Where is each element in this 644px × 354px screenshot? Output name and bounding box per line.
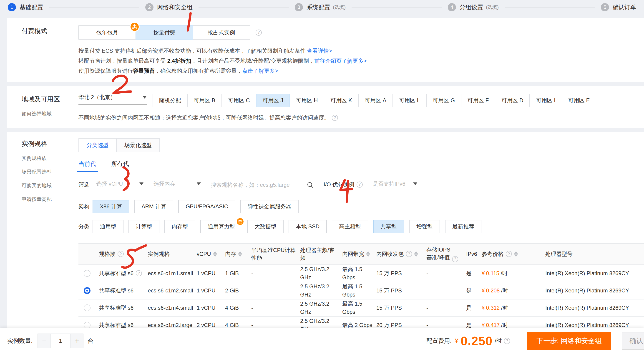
help-icon[interactable]: ? — [332, 115, 338, 121]
help-icon[interactable]: ? — [452, 256, 458, 262]
cat-enhanced[interactable]: 增强型 — [409, 220, 440, 233]
help-icon[interactable]: ? — [506, 251, 512, 257]
help-icon[interactable]: ? — [136, 270, 142, 276]
zone-d[interactable]: 可用区 D — [495, 94, 530, 107]
zone-j[interactable]: 可用区 J — [256, 94, 290, 107]
step-network-security[interactable]: 2 网络和安全组 — [145, 3, 192, 11]
sort-icon[interactable] — [414, 251, 418, 257]
zone-l[interactable]: 可用区 L — [392, 94, 426, 107]
price-cell: ¥0.208/时 — [482, 287, 545, 295]
row-radio[interactable] — [84, 322, 90, 329]
arch-gpu-fpga-asic[interactable]: GPU/FPGA/ASIC — [178, 200, 235, 213]
chevron-down-icon — [197, 182, 201, 185]
step-connector — [352, 7, 442, 7]
cat-shared[interactable]: 共享型 — [373, 220, 404, 233]
help-icon[interactable]: ? — [406, 251, 412, 257]
sort-icon[interactable] — [514, 251, 518, 257]
region-dropdown[interactable]: 华北 2（北京） — [78, 94, 147, 105]
spec-search-input[interactable] — [211, 182, 304, 188]
spec-search-box — [211, 182, 314, 191]
quantity-value[interactable]: 1 — [50, 334, 71, 348]
discount-badge: 惠 — [236, 217, 244, 226]
zone-b[interactable]: 可用区 B — [187, 94, 222, 107]
quantity-increase-button[interactable]: + — [71, 334, 83, 348]
savings-plan-link[interactable]: 前往介绍页了解更多> — [314, 58, 366, 64]
chevron-down-icon — [140, 182, 144, 185]
category-row: 分类 通用型 计算型 内存型 通用算力型 惠 大数据型 本地 SSD 高主频型 … — [78, 220, 644, 233]
col-vcpu: vCPU — [197, 250, 225, 258]
sort-icon[interactable] — [238, 251, 242, 257]
table-row[interactable]: 共享标准型 s6 ecs.s6-c1m4.small 1 vCPU 4 GiB … — [78, 300, 644, 317]
step-system-config[interactable]: 3 系统配置 (选填) — [295, 3, 346, 11]
billing-option-subscription[interactable]: 包年包月 惠 — [78, 25, 136, 39]
zone-f[interactable]: 可用区 F — [461, 94, 495, 107]
tab-category-selection[interactable]: 分类选型 — [78, 138, 117, 152]
zone-h[interactable]: 可用区 H — [289, 94, 324, 107]
help-icon[interactable]: ? — [118, 251, 124, 257]
zone-k[interactable]: 可用区 K — [324, 94, 358, 107]
cat-latest-recommended[interactable]: 最新推荐 — [445, 220, 482, 233]
sort-icon[interactable] — [213, 251, 217, 257]
col-storage-iops: 存储IOPS 基准/峰值? — [426, 244, 466, 265]
table-row-selected[interactable]: 共享标准型 s6 ecs.s6-c1m2.small 1 vCPU 2 GiB … — [78, 282, 644, 300]
cat-compute[interactable]: 计算型 — [128, 220, 160, 233]
cat-high-frequency[interactable]: 高主频型 — [332, 220, 368, 233]
generation-tabs: 当前代 所有代 — [78, 160, 644, 172]
view-details-link[interactable]: 查看详情> — [307, 48, 332, 54]
vcpu-dropdown[interactable]: 选择 vCPU — [96, 180, 144, 191]
next-step-button[interactable]: 下一步: 网络和安全组 — [527, 332, 611, 350]
arch-arm[interactable]: ARM 计算 — [134, 200, 173, 213]
spec-tabs: 分类选型 场景化选型 — [78, 138, 644, 152]
help-icon[interactable]: ? — [356, 182, 363, 188]
row-radio-selected[interactable] — [84, 287, 90, 294]
zone-selector: 随机分配 可用区 B 可用区 C 可用区 J 可用区 H 可用区 K 可用区 A… — [153, 94, 596, 107]
capacity-reservation-link[interactable]: 点击了解更多> — [242, 68, 278, 74]
zone-e[interactable]: 可用区 E — [562, 94, 596, 107]
tab-current-generation[interactable]: 当前代 — [78, 160, 96, 172]
arch-bare-metal[interactable]: 弹性裸金属服务器 — [240, 200, 298, 213]
help-icon[interactable]: ? — [504, 338, 510, 344]
zone-a[interactable]: 可用区 A — [358, 94, 393, 107]
billing-options: 包年包月 惠 按量付费 抢占式实例 ? — [78, 25, 644, 39]
step-grouping[interactable]: 4 分组设置 (选填) — [448, 3, 499, 11]
instance-spec-label: 实例规格 — [7, 138, 78, 148]
table-row[interactable]: 共享标准型 s6? ecs.s6-c1m1.small 1 vCPU 1 GiB… — [78, 265, 644, 282]
link-purchasable-regions[interactable]: 可购买的地域 — [7, 182, 78, 189]
step-confirm-order[interactable]: 5 确认订单 — [601, 3, 636, 11]
link-scenario-selection[interactable]: 场景配置选型 — [7, 169, 78, 175]
confirm-order-button[interactable]: 确认订单 — [622, 332, 644, 350]
memory-dropdown[interactable]: 选择内存 — [154, 180, 201, 191]
arch-x86[interactable]: X86 计算 — [92, 200, 129, 213]
help-icon[interactable]: ? — [256, 29, 262, 36]
row-radio[interactable] — [84, 305, 90, 311]
billing-option-pay-as-you-go[interactable]: 按量付费 — [136, 25, 193, 39]
io-optimized-label: I/O 优化实例 ? — [324, 181, 363, 191]
cat-general[interactable]: 通用型 — [92, 220, 124, 233]
col-reference-price: 参考价格? — [482, 250, 545, 258]
zone-g[interactable]: 可用区 G — [426, 94, 462, 107]
ipv6-dropdown[interactable]: 是否支持IPv6 — [373, 180, 417, 191]
quantity-decrease-button[interactable]: − — [38, 334, 50, 348]
cat-big-data[interactable]: 大数据型 — [247, 220, 284, 233]
step-basic-config[interactable]: 1 基础配置 — [8, 3, 43, 11]
spec-table-header: 规格族? 实例规格 vCPU 内存 平均基准CPU计算性能 处理器主频/睿频 内… — [78, 243, 644, 265]
tab-all-generations[interactable]: 所有代 — [111, 160, 129, 172]
fee-amount: 0.250 — [461, 334, 492, 348]
zone-c[interactable]: 可用区 C — [222, 94, 256, 107]
zone-i[interactable]: 可用区 I — [530, 94, 562, 107]
cat-general-power[interactable]: 通用算力型 惠 — [200, 220, 242, 233]
billing-mode-section: 付费模式 包年包月 惠 按量付费 抢占式实例 ? 按量付费 ECS 支持停机后部… — [7, 18, 644, 82]
fee-currency: ¥ — [455, 337, 458, 345]
how-to-choose-region-link[interactable]: 如何选择地域 — [7, 110, 78, 117]
cat-local-ssd[interactable]: 本地 SSD — [288, 220, 327, 233]
cat-memory[interactable]: 内存型 — [164, 220, 195, 233]
billing-option-preemptible[interactable]: 抢占式实例 — [192, 25, 250, 39]
tab-scenario-selection[interactable]: 场景化选型 — [116, 138, 160, 152]
link-apply-high-quota[interactable]: 申请按量高配 — [7, 196, 78, 203]
row-radio[interactable] — [84, 270, 90, 277]
link-spec-family[interactable]: 实例规格族 — [7, 155, 78, 162]
sort-icon[interactable] — [366, 251, 370, 257]
price-cell: ¥0.312/时 — [482, 304, 545, 312]
zone-random[interactable]: 随机分配 — [152, 94, 188, 107]
bottom-action-bar: 实例数量: − 1 + 台 配置费用: ¥ 0.250 /时 ? 下一步: 网络… — [0, 328, 644, 354]
